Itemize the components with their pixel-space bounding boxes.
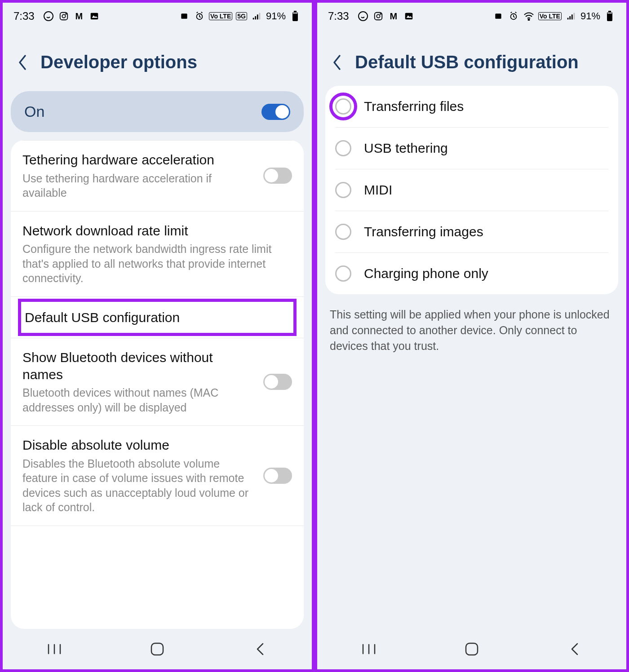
radio-icon[interactable]	[335, 140, 351, 156]
row-show-bt-no-names[interactable]: Show Bluetooth devices without names Blu…	[11, 338, 304, 425]
page-title: Developer options	[40, 52, 197, 72]
instagram-icon	[372, 10, 384, 22]
nav-bar	[3, 629, 312, 669]
nav-recents-button[interactable]	[23, 638, 86, 660]
battery-percent: 91%	[266, 10, 286, 22]
nav-back-button[interactable]	[229, 638, 292, 660]
row-disable-absolute-volume[interactable]: Disable absolute volume Disables the Blu…	[11, 426, 304, 526]
status-time: 7:33	[13, 10, 35, 22]
alarm-icon	[508, 10, 519, 22]
row-title: Tethering hardware acceleration	[22, 151, 256, 168]
nav-back-button[interactable]	[543, 638, 606, 660]
radio-icon[interactable]	[335, 265, 351, 282]
svg-rect-8	[253, 18, 254, 20]
signal-icon	[251, 10, 262, 22]
status-left: 7:33 M	[13, 10, 100, 22]
svg-rect-10	[257, 14, 258, 19]
row-subtitle: Disables the Bluetooth absolute volume f…	[22, 456, 256, 515]
svg-rect-34	[607, 13, 612, 13]
option-transferring-files[interactable]: Transferring files	[325, 86, 618, 127]
row-title: Disable absolute volume	[22, 437, 256, 454]
wifi-icon	[523, 10, 535, 22]
svg-point-0	[44, 12, 53, 21]
master-toggle-label: On	[24, 103, 44, 120]
phone-right: 7:33 M Vo LTE 91% Default USB configurat…	[314, 0, 629, 672]
alarm-icon	[194, 10, 205, 22]
option-label: Charging phone only	[364, 266, 488, 281]
svg-rect-30	[571, 14, 573, 19]
row-network-rate-limit[interactable]: Network download rate limit Configure th…	[11, 212, 304, 296]
network-5g-icon: 5G	[236, 12, 247, 20]
option-transferring-images[interactable]: Transferring images	[325, 211, 618, 252]
option-label: MIDI	[364, 182, 392, 198]
svg-rect-29	[569, 16, 571, 19]
phone-left: 7:33 M Vo LTE 5G 91% Developer options O…	[0, 0, 314, 672]
usb-options-card: Transferring files USB tethering MIDI Tr…	[325, 86, 618, 294]
back-button[interactable]	[13, 53, 31, 71]
row-default-usb-config[interactable]: Default USB configuration	[18, 299, 297, 336]
status-right: Vo LTE 5G 91%	[178, 10, 301, 22]
option-label: Transferring images	[364, 224, 483, 239]
option-usb-tethering[interactable]: USB tethering	[325, 128, 618, 169]
master-toggle-switch[interactable]	[261, 104, 290, 120]
nav-home-button[interactable]	[126, 638, 189, 660]
svg-rect-33	[608, 11, 611, 12]
whatsapp-icon	[43, 10, 54, 22]
gallery-icon	[403, 10, 415, 22]
svg-rect-9	[255, 16, 256, 19]
instagram-icon	[58, 10, 70, 22]
row-tethering-hw-accel[interactable]: Tethering hardware acceleration Use teth…	[11, 141, 304, 211]
settings-list[interactable]: Tethering hardware acceleration Use teth…	[11, 140, 304, 629]
svg-rect-11	[259, 13, 260, 20]
header: Developer options	[3, 30, 312, 86]
status-bar: 7:33 M Vo LTE 91%	[317, 3, 626, 30]
master-toggle-row[interactable]: On	[11, 91, 304, 132]
svg-point-21	[377, 14, 380, 18]
radio-icon[interactable]	[335, 98, 351, 115]
gmail-icon: M	[73, 10, 85, 22]
hint-text: This setting will be applied when your p…	[317, 294, 626, 367]
card-icon	[178, 10, 190, 22]
back-button[interactable]	[328, 53, 346, 71]
row-title: Show Bluetooth devices without names	[22, 349, 256, 383]
svg-rect-31	[573, 13, 575, 20]
svg-rect-14	[293, 13, 297, 13]
volte-icon: Vo LTE	[538, 12, 562, 20]
svg-point-19	[359, 12, 368, 21]
svg-rect-28	[567, 18, 569, 20]
option-midi[interactable]: MIDI	[325, 169, 618, 211]
row-title: Network download rate limit	[22, 222, 292, 239]
radio-icon[interactable]	[335, 224, 351, 240]
option-charging-only[interactable]: Charging phone only	[325, 253, 618, 294]
option-label: Transferring files	[364, 99, 464, 114]
page-title: Default USB configuration	[355, 52, 579, 72]
row-subtitle: Configure the network bandwidth ingress …	[22, 242, 292, 286]
toggle-show-bt-no-names[interactable]	[263, 374, 292, 390]
nav-bar	[317, 629, 626, 669]
svg-rect-25	[495, 13, 501, 19]
signal-icon	[565, 10, 577, 22]
battery-icon	[289, 10, 301, 22]
nav-home-button[interactable]	[440, 638, 503, 660]
row-title: Default USB configuration	[25, 309, 290, 326]
battery-percent: 91%	[580, 10, 600, 22]
svg-point-3	[66, 13, 66, 14]
card-icon	[492, 10, 504, 22]
svg-rect-6	[181, 13, 187, 19]
toggle-tethering-hw-accel[interactable]	[263, 168, 292, 184]
svg-rect-38	[466, 643, 478, 655]
status-right: Vo LTE 91%	[492, 10, 616, 22]
whatsapp-icon	[357, 10, 369, 22]
battery-icon	[604, 10, 616, 22]
nav-recents-button[interactable]	[337, 638, 400, 660]
gallery-icon	[89, 10, 100, 22]
row-subtitle: Bluetooth devices without names (MAC add…	[22, 385, 256, 415]
row-subtitle: Use tethering hardware acceleration if a…	[22, 171, 256, 200]
toggle-disable-absolute-volume[interactable]	[263, 468, 292, 484]
radio-icon[interactable]	[335, 182, 351, 198]
option-label: USB tethering	[364, 141, 448, 156]
settings-card: Tethering hardware acceleration Use teth…	[11, 140, 304, 629]
header: Default USB configuration	[317, 30, 626, 86]
status-left: 7:33 M	[328, 10, 415, 22]
svg-rect-13	[294, 11, 297, 12]
